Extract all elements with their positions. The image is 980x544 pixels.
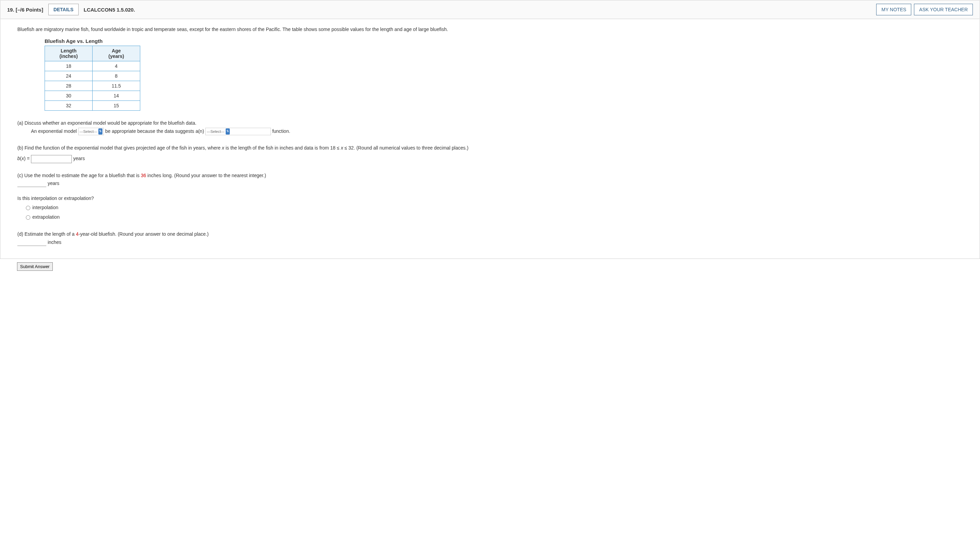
cell-length: 24 xyxy=(45,71,92,81)
cell-age: 8 xyxy=(92,71,140,81)
book-reference: LCALCCON5 1.5.020. xyxy=(84,7,135,13)
chevron-down-icon: ⇅ xyxy=(99,128,102,134)
question-number: 19. [–/6 Points] xyxy=(7,7,43,13)
table-section: Bluefish Age vs. Length Length (inches) … xyxy=(45,38,963,111)
part-d: (d) Estimate the length of a 4-year-old … xyxy=(18,230,963,247)
col1-line1: Length xyxy=(60,48,76,53)
c-subq: Is this interpolation or extrapolation? xyxy=(18,195,963,203)
part-a-prompt: (a) Discuss whether an exponential model… xyxy=(18,119,963,128)
c-input[interactable] xyxy=(18,180,46,187)
d-post: -year-old bluefish. (Round your answer t… xyxy=(79,231,208,237)
c-pre: (c) Use the model to estimate the age fo… xyxy=(18,173,141,178)
select1-text: ---Select--- xyxy=(80,128,98,135)
table-row: 2811.5 xyxy=(45,81,140,91)
table-row: 248 xyxy=(45,71,140,81)
col-header-length: Length (inches) xyxy=(45,46,92,61)
cell-age: 4 xyxy=(92,61,140,71)
table-row: 3014 xyxy=(45,91,140,101)
col-header-age: Age (years) xyxy=(92,46,140,61)
cell-age: 11.5 xyxy=(92,81,140,91)
bx-b: b xyxy=(18,156,20,161)
c-value: 36 xyxy=(141,173,146,178)
cell-length: 18 xyxy=(45,61,92,71)
part-d-prompt: (d) Estimate the length of a 4-year-old … xyxy=(18,230,963,238)
a-text1: An exponential model xyxy=(31,128,77,134)
ask-teacher-button[interactable]: ASK YOUR TEACHER xyxy=(914,4,973,15)
part-c-answer: years xyxy=(18,180,963,188)
part-c-prompt: (c) Use the model to estimate the age fo… xyxy=(18,172,963,180)
part-d-answer: inches xyxy=(18,238,963,247)
question-header: 19. [–/6 Points] DETAILS LCALCCON5 1.5.0… xyxy=(0,0,980,19)
b-pre: (b) Find the function of the exponential… xyxy=(18,145,222,151)
cell-length: 30 xyxy=(45,91,92,101)
c-unit: years xyxy=(48,180,59,186)
d-pre: (d) Estimate the length of a xyxy=(18,231,76,237)
table-row: 3215 xyxy=(45,101,140,111)
header-right: MY NOTES ASK YOUR TEACHER xyxy=(876,4,973,15)
cell-age: 15 xyxy=(92,101,140,111)
bx-input[interactable] xyxy=(31,155,72,163)
part-b-answer: b(x) = years xyxy=(18,155,963,163)
d-input[interactable] xyxy=(18,239,46,246)
col1-line2: (inches) xyxy=(60,53,78,59)
opt1-label: interpolation xyxy=(32,205,58,210)
table-title: Bluefish Age vs. Length xyxy=(45,38,963,44)
d-value: 4 xyxy=(76,231,79,237)
a-text3: function. xyxy=(272,128,290,134)
submit-wrap: Submit Answer xyxy=(0,259,980,274)
my-notes-button[interactable]: MY NOTES xyxy=(876,4,911,15)
b-mid: is the length of the fish in inches and … xyxy=(224,145,341,151)
radio-extrapolation: extrapolation xyxy=(26,212,963,222)
b-unit: years xyxy=(73,156,85,161)
part-c: (c) Use the model to estimate the age fo… xyxy=(18,172,963,222)
intro-text: Bluefish are migratory marine fish, foun… xyxy=(18,26,963,33)
data-table: Length (inches) Age (years) 184 248 2811… xyxy=(45,46,140,111)
submit-button[interactable]: Submit Answer xyxy=(17,262,53,271)
c-post: inches long. (Round your answer to the n… xyxy=(146,173,266,178)
b-post: ≤ 32. (Round all numerical values to thr… xyxy=(343,145,468,151)
part-a-answer: An exponential model ---Select--- ⇅ be a… xyxy=(31,128,963,136)
d-unit: inches xyxy=(48,239,61,245)
col2-line1: Age xyxy=(111,48,121,53)
opt2-label: extrapolation xyxy=(32,214,60,220)
col2-line2: (years) xyxy=(108,53,124,59)
part-b: (b) Find the function of the exponential… xyxy=(18,144,963,163)
a-text2: be appropriate because the data suggests… xyxy=(105,128,204,134)
part-a: (a) Discuss whether an exponential model… xyxy=(18,119,963,136)
b-x: x xyxy=(222,145,224,151)
bx-close: ) = xyxy=(24,156,31,161)
details-button[interactable]: DETAILS xyxy=(48,4,79,15)
select-dropdown-1[interactable]: ---Select--- ⇅ xyxy=(78,128,104,136)
q-num: 19. xyxy=(7,7,14,13)
select2-text: ---Select--- xyxy=(207,128,225,135)
radio-interpolation: interpolation xyxy=(26,203,963,212)
select-dropdown-2[interactable]: ---Select--- ⇅ xyxy=(205,128,271,136)
cell-length: 32 xyxy=(45,101,92,111)
radio-extrapolation-input[interactable] xyxy=(26,215,30,220)
chevron-down-icon: ⇅ xyxy=(226,128,230,134)
radio-interpolation-input[interactable] xyxy=(26,206,30,210)
cell-length: 28 xyxy=(45,81,92,91)
table-row: 184 xyxy=(45,61,140,71)
header-left: 19. [–/6 Points] DETAILS LCALCCON5 1.5.0… xyxy=(7,4,135,15)
part-b-prompt: (b) Find the function of the exponential… xyxy=(18,144,963,152)
cell-age: 14 xyxy=(92,91,140,101)
q-points: [–/6 Points] xyxy=(16,7,43,13)
question-body: Bluefish are migratory marine fish, foun… xyxy=(0,19,980,259)
